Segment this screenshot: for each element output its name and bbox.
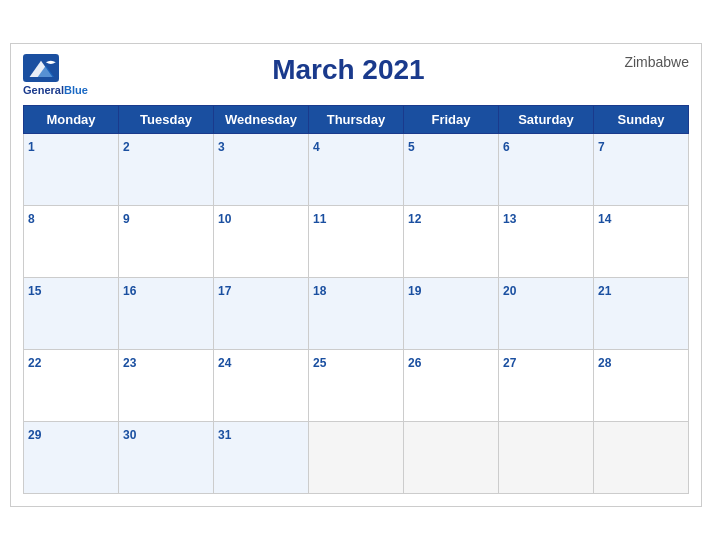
table-row: 23 bbox=[119, 349, 214, 421]
day-number: 31 bbox=[218, 428, 231, 442]
day-number: 7 bbox=[598, 140, 605, 154]
table-row: 8 bbox=[24, 205, 119, 277]
calendar-week-row: 22232425262728 bbox=[24, 349, 689, 421]
calendar-title: March 2021 bbox=[88, 54, 609, 86]
day-number: 10 bbox=[218, 212, 231, 226]
day-number: 23 bbox=[123, 356, 136, 370]
day-number: 9 bbox=[123, 212, 130, 226]
day-number: 3 bbox=[218, 140, 225, 154]
day-number: 14 bbox=[598, 212, 611, 226]
table-row: 4 bbox=[309, 133, 404, 205]
day-number: 1 bbox=[28, 140, 35, 154]
day-number: 11 bbox=[313, 212, 326, 226]
day-number: 18 bbox=[313, 284, 326, 298]
table-row: 7 bbox=[594, 133, 689, 205]
country-label: Zimbabwe bbox=[609, 54, 689, 70]
table-row: 14 bbox=[594, 205, 689, 277]
table-row: 1 bbox=[24, 133, 119, 205]
table-row: 15 bbox=[24, 277, 119, 349]
day-number: 17 bbox=[218, 284, 231, 298]
logo-general-text: GeneralBlue bbox=[23, 84, 88, 96]
table-row: 16 bbox=[119, 277, 214, 349]
calendar-header: GeneralBlue March 2021 Zimbabwe bbox=[23, 54, 689, 96]
day-number: 2 bbox=[123, 140, 130, 154]
table-row: 28 bbox=[594, 349, 689, 421]
header-sunday: Sunday bbox=[594, 105, 689, 133]
table-row: 18 bbox=[309, 277, 404, 349]
day-number: 28 bbox=[598, 356, 611, 370]
table-row: 5 bbox=[404, 133, 499, 205]
table-row: 19 bbox=[404, 277, 499, 349]
day-number: 20 bbox=[503, 284, 516, 298]
day-number: 24 bbox=[218, 356, 231, 370]
table-row: 12 bbox=[404, 205, 499, 277]
table-row: 21 bbox=[594, 277, 689, 349]
table-row: 26 bbox=[404, 349, 499, 421]
generalblue-logo-icon bbox=[23, 54, 59, 82]
day-number: 16 bbox=[123, 284, 136, 298]
day-number: 5 bbox=[408, 140, 415, 154]
header-wednesday: Wednesday bbox=[214, 105, 309, 133]
day-number: 15 bbox=[28, 284, 41, 298]
table-row: 30 bbox=[119, 421, 214, 493]
table-row: 2 bbox=[119, 133, 214, 205]
table-row: 9 bbox=[119, 205, 214, 277]
day-number: 6 bbox=[503, 140, 510, 154]
header-tuesday: Tuesday bbox=[119, 105, 214, 133]
day-number: 30 bbox=[123, 428, 136, 442]
table-row bbox=[404, 421, 499, 493]
table-row: 3 bbox=[214, 133, 309, 205]
day-number: 26 bbox=[408, 356, 421, 370]
table-row: 22 bbox=[24, 349, 119, 421]
table-row: 11 bbox=[309, 205, 404, 277]
day-number: 19 bbox=[408, 284, 421, 298]
table-row: 24 bbox=[214, 349, 309, 421]
day-number: 4 bbox=[313, 140, 320, 154]
day-number: 29 bbox=[28, 428, 41, 442]
calendar-week-row: 15161718192021 bbox=[24, 277, 689, 349]
header-thursday: Thursday bbox=[309, 105, 404, 133]
header-friday: Friday bbox=[404, 105, 499, 133]
logo-area: GeneralBlue bbox=[23, 54, 88, 96]
day-number: 12 bbox=[408, 212, 421, 226]
weekday-header-row: Monday Tuesday Wednesday Thursday Friday… bbox=[24, 105, 689, 133]
table-row: 6 bbox=[499, 133, 594, 205]
table-row bbox=[499, 421, 594, 493]
table-row: 10 bbox=[214, 205, 309, 277]
table-row bbox=[594, 421, 689, 493]
day-number: 8 bbox=[28, 212, 35, 226]
calendar-week-row: 891011121314 bbox=[24, 205, 689, 277]
day-number: 22 bbox=[28, 356, 41, 370]
header-saturday: Saturday bbox=[499, 105, 594, 133]
day-number: 21 bbox=[598, 284, 611, 298]
table-row: 17 bbox=[214, 277, 309, 349]
header-monday: Monday bbox=[24, 105, 119, 133]
day-number: 27 bbox=[503, 356, 516, 370]
table-row: 27 bbox=[499, 349, 594, 421]
calendar-week-row: 1234567 bbox=[24, 133, 689, 205]
calendar-grid: Monday Tuesday Wednesday Thursday Friday… bbox=[23, 105, 689, 494]
table-row: 25 bbox=[309, 349, 404, 421]
day-number: 13 bbox=[503, 212, 516, 226]
calendar-container: GeneralBlue March 2021 Zimbabwe Monday T… bbox=[10, 43, 702, 506]
calendar-week-row: 293031 bbox=[24, 421, 689, 493]
table-row: 13 bbox=[499, 205, 594, 277]
day-number: 25 bbox=[313, 356, 326, 370]
table-row bbox=[309, 421, 404, 493]
table-row: 31 bbox=[214, 421, 309, 493]
table-row: 20 bbox=[499, 277, 594, 349]
table-row: 29 bbox=[24, 421, 119, 493]
